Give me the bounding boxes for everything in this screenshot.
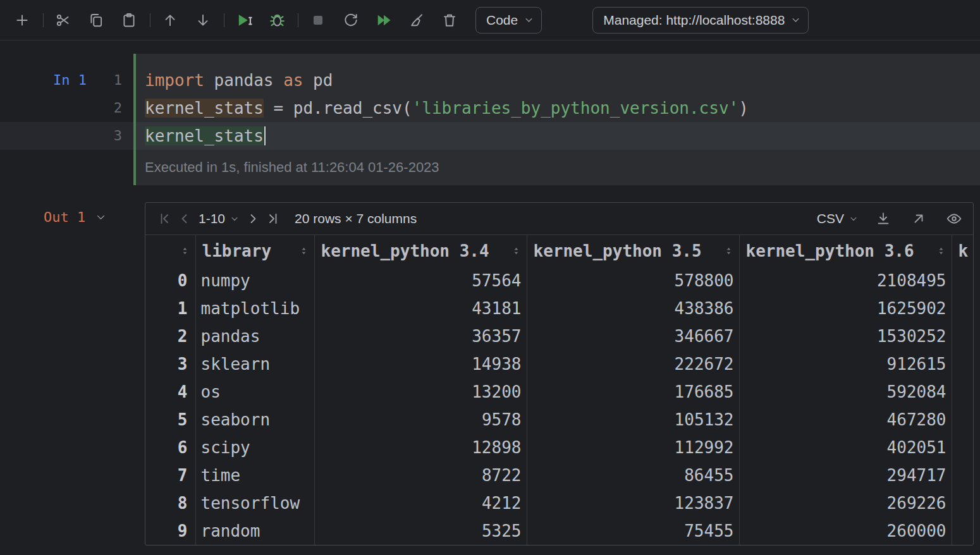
cut-cell-button[interactable] xyxy=(52,9,74,31)
table-row[interactable]: 6 scipy 12898 112992 402051 xyxy=(145,434,973,461)
value-cell: 1530252 xyxy=(739,322,952,350)
output-section: Out 1 1-10 2 xyxy=(0,202,980,546)
chevron-down-icon xyxy=(230,214,239,223)
table-header-row: library kernel_python 3.4 kernel_python … xyxy=(145,235,973,267)
next-page-button[interactable] xyxy=(243,209,263,229)
table-row[interactable]: 0 numpy 57564 578800 2108495 xyxy=(145,267,973,295)
clear-outputs-button[interactable] xyxy=(406,9,427,31)
notebook-editor: In 1 1 import pandas as pd 2 kernel_stat… xyxy=(0,54,980,546)
previous-page-button[interactable] xyxy=(175,209,195,229)
column-header-truncated[interactable]: k xyxy=(952,235,973,267)
table-row[interactable]: 7 time 8722 86455 294717 xyxy=(145,461,973,489)
dataframe-viewer: 1-10 20 rows × 7 columns CSV xyxy=(145,202,974,546)
add-cell-button[interactable] xyxy=(11,9,33,31)
value-cell: 176685 xyxy=(527,378,739,406)
chevron-down-icon xyxy=(849,214,858,223)
copy-cell-button[interactable] xyxy=(85,9,107,31)
value-cell: 8722 xyxy=(314,461,527,489)
library-cell: seaborn xyxy=(195,406,314,434)
run-cell-button[interactable] xyxy=(233,9,255,31)
column-header-kernel-python-3-6[interactable]: kernel_python 3.6 xyxy=(739,235,952,267)
trash-icon xyxy=(441,12,458,28)
line-number: 2 xyxy=(114,100,122,116)
value-cell: 467280 xyxy=(739,406,952,434)
value-cell: 75455 xyxy=(527,517,739,545)
column-header-kernel-python-3-5[interactable]: kernel_python 3.5 xyxy=(527,235,739,267)
plus-icon xyxy=(14,12,30,28)
value-cell: 269226 xyxy=(739,489,952,517)
truncated-cell xyxy=(952,295,973,322)
dataframe-toolbar: 1-10 20 rows × 7 columns CSV xyxy=(145,203,973,235)
value-cell: 1625902 xyxy=(739,295,952,322)
open-in-new-window-button[interactable] xyxy=(909,209,929,229)
line-number: 3 xyxy=(114,128,122,143)
table-row[interactable]: 8 tensorflow 4212 123837 269226 xyxy=(145,489,973,517)
table-row[interactable]: 3 sklearn 14938 222672 912615 xyxy=(145,350,973,378)
value-cell: 2108495 xyxy=(739,267,952,295)
first-page-icon xyxy=(157,211,172,226)
move-cell-up-button[interactable] xyxy=(159,9,181,31)
stop-kernel-button[interactable] xyxy=(307,9,329,31)
index-cell: 7 xyxy=(145,461,195,489)
code-line: 1 import pandas as pd xyxy=(0,66,980,94)
code-line-text[interactable]: kernel_stats = pd.read_csv('libraries_by… xyxy=(136,94,980,122)
bug-icon xyxy=(269,11,286,28)
arrow-up-icon xyxy=(162,12,178,28)
sort-icon xyxy=(725,246,733,256)
index-cell: 5 xyxy=(145,406,195,434)
truncated-cell xyxy=(952,322,973,350)
column-header-index[interactable] xyxy=(145,235,195,267)
code-line-text[interactable]: kernel_stats xyxy=(136,122,980,150)
chevron-left-icon xyxy=(177,211,192,226)
eye-icon xyxy=(946,210,962,227)
table-row[interactable]: 4 os 13200 176685 592084 xyxy=(145,378,973,406)
move-cell-down-button[interactable] xyxy=(192,9,214,31)
clipboard-icon xyxy=(121,12,137,28)
table-row[interactable]: 5 seaborn 9578 105132 467280 xyxy=(145,406,973,434)
library-cell: random xyxy=(195,517,314,545)
table-row[interactable]: 1 matplotlib 43181 438386 1625902 xyxy=(145,295,973,322)
table-row[interactable]: 9 random 5325 75455 260000 xyxy=(145,517,973,545)
value-cell: 57564 xyxy=(314,267,527,295)
restart-kernel-button[interactable] xyxy=(340,9,362,31)
column-header-library[interactable]: library xyxy=(195,235,314,267)
value-cell: 36357 xyxy=(314,322,527,350)
value-cell: 402051 xyxy=(739,434,952,461)
scissors-icon xyxy=(55,12,71,28)
dataframe-table: library kernel_python 3.4 kernel_python … xyxy=(145,235,973,545)
sort-icon xyxy=(181,246,189,256)
value-cell: 4212 xyxy=(314,489,527,517)
code-line: 2 kernel_stats = pd.read_csv('libraries_… xyxy=(0,94,980,122)
first-page-button[interactable] xyxy=(154,209,175,229)
index-cell: 6 xyxy=(145,434,195,461)
value-cell: 260000 xyxy=(739,517,952,545)
debug-cell-button[interactable] xyxy=(266,9,288,31)
value-cell: 5325 xyxy=(314,517,527,545)
delete-cell-button[interactable] xyxy=(439,9,460,31)
page-range-dropdown[interactable]: 1-10 xyxy=(199,211,239,226)
truncated-cell xyxy=(952,267,973,295)
truncated-cell xyxy=(952,489,973,517)
export-format-dropdown[interactable]: CSV xyxy=(817,211,858,226)
column-header-kernel-python-3-4[interactable]: kernel_python 3.4 xyxy=(314,235,527,267)
download-button[interactable] xyxy=(873,209,893,229)
chevron-down-icon xyxy=(524,15,534,25)
run-all-cells-button[interactable] xyxy=(373,9,395,31)
arrow-down-icon xyxy=(195,12,211,28)
copy-icon xyxy=(88,12,104,28)
truncated-cell xyxy=(952,461,973,489)
last-page-button[interactable] xyxy=(263,209,283,229)
value-cell: 592084 xyxy=(739,378,952,406)
collapse-output-chevron-icon[interactable] xyxy=(95,212,106,223)
paste-cell-button[interactable] xyxy=(118,9,140,31)
value-cell: 578800 xyxy=(527,267,739,295)
cell-type-dropdown[interactable]: Code xyxy=(475,7,542,34)
code-lines: 1 import pandas as pd 2 kernel_stats = p… xyxy=(0,66,980,150)
table-row[interactable]: 2 pandas 36357 346667 1530252 xyxy=(145,322,973,350)
view-options-button[interactable] xyxy=(944,209,964,229)
library-cell: matplotlib xyxy=(195,295,314,322)
jupyter-server-dropdown[interactable]: Managed: http://localhost:8888 xyxy=(592,7,809,34)
code-line-text[interactable]: import pandas as pd xyxy=(136,66,980,94)
restart-icon xyxy=(343,12,359,28)
chevron-right-icon xyxy=(245,211,260,226)
